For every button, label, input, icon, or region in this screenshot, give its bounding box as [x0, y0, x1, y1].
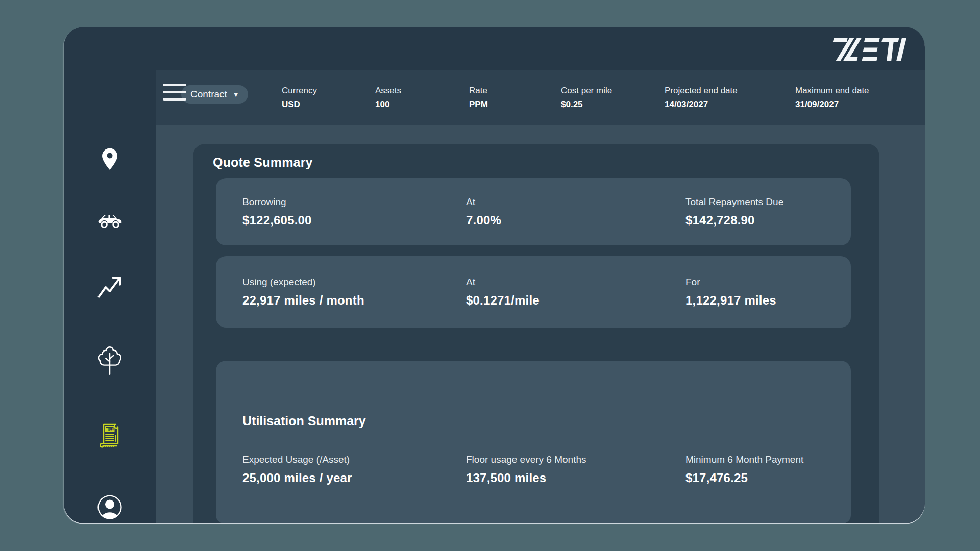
- using-expected-field: Using (expected) 22,917 miles / month: [242, 277, 466, 308]
- zeti-logo: [830, 38, 907, 61]
- field-label: At: [466, 277, 685, 288]
- sidebar: BILL: [64, 27, 156, 523]
- menu-icon[interactable]: [163, 84, 186, 105]
- usage-card: Using (expected) 22,917 miles / month At…: [216, 256, 851, 328]
- field-label: Using (expected): [242, 277, 466, 288]
- field-label: Currency: [282, 86, 317, 96]
- utilisation-summary-title: Utilisation Summary: [242, 414, 836, 429]
- tree-icon[interactable]: [64, 345, 156, 377]
- field-value: PPM: [469, 99, 488, 110]
- main-content: Quote Summary Borrowing $122,605.00 At 7…: [156, 125, 925, 523]
- rate-field: At 7.00%: [466, 196, 685, 228]
- chevron-down-icon: ▼: [233, 91, 239, 98]
- location-pin-icon[interactable]: [64, 148, 156, 171]
- minimum-payment-field: Minimum 6 Month Payment $17,476.25: [685, 454, 836, 485]
- header-field-maximum-end-date: Maximum end date 31/09/2027: [795, 86, 869, 110]
- quote-summary-panel: Quote Summary Borrowing $122,605.00 At 7…: [193, 144, 879, 523]
- field-label: Borrowing: [242, 196, 466, 208]
- profile-icon[interactable]: [64, 493, 156, 521]
- field-value: 7.00%: [466, 213, 685, 228]
- field-value: $0.25: [561, 99, 612, 110]
- field-value: 1,122,917 miles: [685, 293, 836, 308]
- field-value: 22,917 miles / month: [242, 293, 466, 308]
- svg-text:BILL: BILL: [106, 427, 114, 432]
- floor-usage-field: Floor usage every 6 Months 137,500 miles: [466, 454, 685, 485]
- utilisation-fields: Expected Usage (/Asset) 25,000 miles / y…: [242, 454, 836, 485]
- header-field-cost-per-mile: Cost per mile $0.25: [561, 86, 612, 110]
- header-field-assets: Assets 100: [375, 86, 401, 110]
- app-window: BILL Contract ▼: [64, 27, 925, 523]
- field-label: Floor usage every 6 Months: [466, 454, 685, 465]
- field-label: Minimum 6 Month Payment: [685, 454, 836, 465]
- header-field-projected-end-date: Projected end date 14/03/2027: [665, 86, 738, 110]
- field-value: $122,605.00: [242, 213, 466, 228]
- field-label: Expected Usage (/Asset): [242, 454, 466, 465]
- field-label: Total Repayments Due: [685, 196, 836, 208]
- field-label: At: [466, 196, 685, 208]
- bill-icon[interactable]: BILL: [64, 422, 156, 448]
- contract-dropdown-label: Contract: [190, 89, 227, 100]
- field-label: For: [685, 277, 836, 288]
- total-miles-field: For 1,122,917 miles: [685, 277, 836, 308]
- field-value: 100: [375, 99, 401, 110]
- quote-summary-title: Quote Summary: [213, 155, 313, 170]
- total-repayments-field: Total Repayments Due $142,728.90: [685, 196, 836, 228]
- field-label: Maximum end date: [795, 86, 869, 96]
- contract-dropdown[interactable]: Contract ▼: [181, 85, 248, 104]
- borrowing-card: Borrowing $122,605.00 At 7.00% Total Rep…: [216, 178, 851, 245]
- header-field-rate: Rate PPM: [469, 86, 488, 110]
- field-value: 14/03/2027: [665, 99, 738, 110]
- field-label: Cost per mile: [561, 86, 612, 96]
- field-label: Rate: [469, 86, 488, 96]
- field-value: USD: [282, 99, 317, 110]
- borrowing-field: Borrowing $122,605.00: [242, 196, 466, 228]
- trending-up-icon[interactable]: [64, 276, 156, 299]
- per-mile-rate-field: At $0.1271/mile: [466, 277, 685, 308]
- field-value: 137,500 miles: [466, 471, 685, 485]
- car-icon[interactable]: [64, 211, 156, 229]
- header-bar: Contract ▼ Currency USD Assets 100 Rate …: [156, 70, 925, 125]
- field-label: Assets: [375, 86, 401, 96]
- field-value: $142,728.90: [685, 213, 836, 228]
- expected-usage-field: Expected Usage (/Asset) 25,000 miles / y…: [242, 454, 466, 485]
- field-label: Projected end date: [665, 86, 738, 96]
- zeti-logo-glyphs: [830, 38, 907, 61]
- field-value: $17,476.25: [685, 471, 836, 485]
- field-value: 25,000 miles / year: [242, 471, 466, 485]
- header-field-currency: Currency USD: [282, 86, 317, 110]
- field-value: $0.1271/mile: [466, 293, 685, 308]
- field-value: 31/09/2027: [795, 99, 869, 110]
- utilisation-summary-card: Utilisation Summary Expected Usage (/Ass…: [216, 361, 851, 523]
